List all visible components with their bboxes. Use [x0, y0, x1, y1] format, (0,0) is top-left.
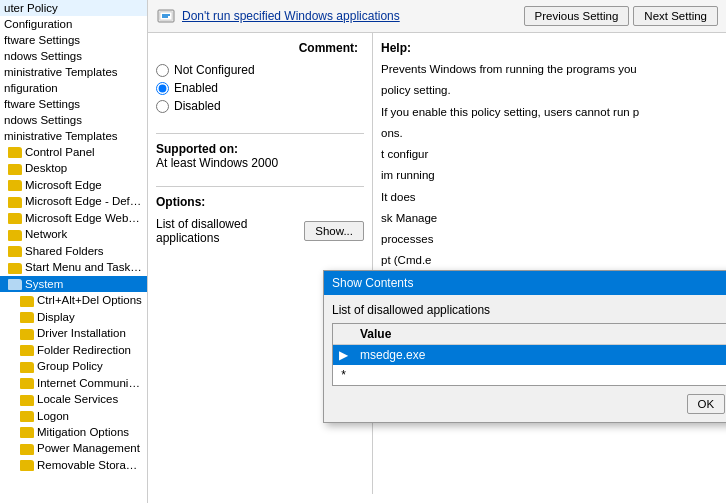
sidebar-item-ctrl-alt-del[interactable]: Ctrl+Alt+Del Options: [0, 292, 147, 308]
modal-table-wrapper: Value ▶ msedge.exe *: [332, 323, 726, 386]
radio-disabled[interactable]: Disabled: [156, 99, 364, 113]
folder-icon: [8, 180, 22, 191]
enabled-label: Enabled: [174, 81, 218, 95]
sidebar-item-internet-comm[interactable]: Internet Communicatio...: [0, 375, 147, 391]
modal-ok-button[interactable]: OK: [687, 394, 726, 414]
help-text-6: im running: [381, 167, 718, 184]
sidebar: uter Policy Configuration ftware Setting…: [0, 0, 148, 503]
sidebar-item-mitigation[interactable]: Mitigation Options: [0, 424, 147, 440]
setting-row: Comment: Not Configured Enabled Disabled: [148, 33, 726, 494]
sidebar-item-logon[interactable]: Logon: [0, 408, 147, 424]
sidebar-item-driver-installation[interactable]: Driver Installation: [0, 325, 147, 341]
sidebar-item-power-management[interactable]: Power Management: [0, 440, 147, 456]
sidebar-item-edge[interactable]: Microsoft Edge: [0, 177, 147, 193]
top-buttons: Previous Setting Next Setting: [524, 6, 718, 26]
sidebar-item-shared-folders[interactable]: Shared Folders: [0, 243, 147, 259]
radio-enabled-input[interactable]: [156, 82, 169, 95]
not-configured-label: Not Configured: [174, 63, 255, 77]
divider: [156, 133, 364, 134]
sidebar-item-start-menu[interactable]: Start Menu and Taskbar: [0, 259, 147, 275]
folder-icon: [8, 246, 22, 257]
folder-icon: [8, 164, 22, 175]
help-label: Help:: [381, 41, 718, 55]
divider2: [156, 186, 364, 187]
sidebar-item-8[interactable]: ministrative Templates: [0, 128, 147, 144]
sidebar-item-group-policy[interactable]: Group Policy: [0, 358, 147, 374]
help-text-4: ons.: [381, 125, 718, 142]
sidebar-item-edge-webview2[interactable]: Microsoft Edge WebView2: [0, 210, 147, 226]
sidebar-item-edge-default[interactable]: Microsoft Edge - Default S...: [0, 193, 147, 209]
sidebar-item-6[interactable]: ftware Settings: [0, 96, 147, 112]
row2-value[interactable]: [354, 365, 726, 385]
sidebar-item-3[interactable]: ndows Settings: [0, 48, 147, 64]
sidebar-item-removable-storage[interactable]: Removable Storage A...: [0, 457, 147, 473]
radio-not-configured[interactable]: Not Configured: [156, 63, 364, 77]
comment-label: Comment:: [299, 41, 358, 55]
help-text-5: t configur: [381, 146, 718, 163]
policy-icon: [156, 6, 176, 26]
radio-enabled[interactable]: Enabled: [156, 81, 364, 95]
sidebar-item-1[interactable]: Configuration: [0, 16, 147, 32]
modal-title: Show Contents: [332, 276, 413, 290]
sidebar-item-4[interactable]: ministrative Templates: [0, 64, 147, 80]
sidebar-item-system[interactable]: System: [0, 276, 147, 292]
sidebar-item-display[interactable]: Display: [0, 309, 147, 325]
help-text-3: If you enable this policy setting, users…: [381, 104, 718, 121]
folder-icon: [8, 213, 22, 224]
radio-disabled-input[interactable]: [156, 100, 169, 113]
folder-icon: [8, 197, 22, 208]
folder-icon: [20, 427, 34, 438]
help-text-2: policy setting.: [381, 82, 718, 99]
folder-icon: [8, 263, 22, 274]
svg-rect-1: [160, 12, 172, 20]
prev-setting-button[interactable]: Previous Setting: [524, 6, 630, 26]
folder-icon: [20, 362, 34, 373]
folder-icon: [8, 279, 22, 290]
sidebar-item-0[interactable]: uter Policy: [0, 0, 147, 16]
folder-icon: [20, 329, 34, 340]
row2-arrow: *: [333, 365, 354, 385]
disallowed-label: List of disallowed applications: [156, 217, 288, 245]
folder-icon: [8, 147, 22, 158]
next-setting-button[interactable]: Next Setting: [633, 6, 718, 26]
table-row[interactable]: ▶ msedge.exe: [333, 345, 726, 366]
folder-icon: [20, 345, 34, 356]
modal-ok-row: OK Cancel: [332, 394, 726, 414]
sidebar-item-folder-redirection[interactable]: Folder Redirection: [0, 342, 147, 358]
modal-titlebar: Show Contents — ❐ ✕: [324, 271, 726, 295]
modal-inner-label: List of disallowed applications: [332, 303, 726, 317]
sidebar-item-desktop[interactable]: Desktop: [0, 160, 147, 176]
folder-icon: [20, 460, 34, 471]
show-contents-modal: Show Contents — ❐ ✕ List of disallowed a…: [323, 270, 726, 423]
modal-body: List of disallowed applications Value ▶ …: [324, 295, 726, 422]
folder-icon: [8, 230, 22, 241]
modal-table: Value ▶ msedge.exe *: [333, 324, 726, 385]
folder-icon: [20, 296, 34, 307]
sidebar-item-2[interactable]: ftware Settings: [0, 32, 147, 48]
sidebar-item-5[interactable]: nfiguration: [0, 80, 147, 96]
help-text-10: pt (Cmd.e: [381, 252, 718, 269]
row1-arrow: ▶: [333, 345, 354, 366]
show-button[interactable]: Show...: [304, 221, 364, 241]
table-row[interactable]: *: [333, 365, 726, 385]
supported-label: Supported on:: [156, 142, 238, 156]
sidebar-item-locale-services[interactable]: Locale Services: [0, 391, 147, 407]
radio-group: Not Configured Enabled Disabled: [156, 63, 364, 113]
sidebar-item-control-panel[interactable]: Control Panel: [0, 144, 147, 160]
left-column: Comment: Not Configured Enabled Disabled: [148, 33, 373, 494]
sidebar-item-network[interactable]: Network: [0, 226, 147, 242]
help-text-7: It does: [381, 189, 718, 206]
row1-value[interactable]: msedge.exe: [354, 345, 726, 366]
table-header-row: Value: [333, 324, 726, 345]
col-arrow-header: [333, 324, 354, 345]
folder-icon: [20, 312, 34, 323]
disallowed-row: List of disallowed applications Show...: [156, 217, 364, 245]
col-value-header: Value: [354, 324, 726, 345]
folder-icon: [20, 444, 34, 455]
options-label: Options:: [156, 195, 364, 209]
sidebar-item-7[interactable]: ndows Settings: [0, 112, 147, 128]
folder-icon: [20, 411, 34, 422]
help-text-9: processes: [381, 231, 718, 248]
supported-value: At least Windows 2000: [156, 156, 278, 170]
radio-not-configured-input[interactable]: [156, 64, 169, 77]
